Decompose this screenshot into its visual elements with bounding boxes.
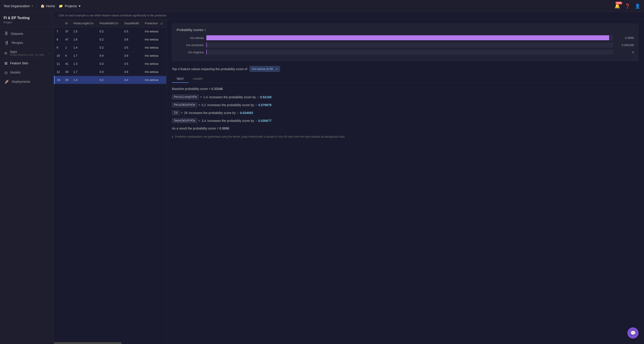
content-area: Id PetalLengthCm PetalWidthCm SepalWidth… bbox=[54, 19, 644, 344]
models-icon: ◎ bbox=[4, 70, 8, 75]
cell-id: 41 bbox=[63, 60, 71, 68]
sidebar-item-datasets[interactable]: 🗄 Datasets bbox=[0, 29, 54, 38]
top-navigation: Test Organization ▾ 🏠 Home 📁 Projects ▾ … bbox=[0, 0, 644, 12]
cell-petal-len: 1.7 bbox=[71, 68, 97, 76]
table-row[interactable]: 11 41 1.3 0.3 3.5 Iris-setosa bbox=[54, 60, 166, 68]
table-row[interactable]: 7 37 1.5 0.2 0.5 Iris-setosa bbox=[54, 27, 166, 35]
cell-petal-wid: 0.2 bbox=[97, 35, 122, 44]
prob-info-icon[interactable]: ℹ bbox=[204, 28, 206, 31]
user-icon[interactable]: 👤 bbox=[635, 3, 640, 9]
increase-value: 0.030677 bbox=[258, 119, 271, 122]
cell-rownum: 8 bbox=[54, 35, 63, 44]
table-row[interactable]: 9 1 1.4 0.2 3.5 Iris-setosa bbox=[54, 44, 166, 52]
cell-petal-len: 1.5 bbox=[71, 27, 97, 35]
notifications-button[interactable]: 🔔 2245 bbox=[614, 3, 620, 9]
col-header-petal-len[interactable]: PetalLengthCm bbox=[71, 19, 97, 27]
cell-petal-len: 1.4 bbox=[71, 44, 97, 52]
sidebar-item-deployments[interactable]: 🚀 Deployments bbox=[0, 77, 54, 86]
result-value: 0.9998 bbox=[220, 127, 229, 130]
feature-eq: = bbox=[181, 111, 183, 115]
feature-row: PetalLengthCm = 1.4 increases the probab… bbox=[172, 95, 638, 99]
app-layout: FI & EP Testing Project 🗄 Datasets 🍴 Rec… bbox=[0, 12, 644, 344]
probability-scores-title: Probability scores ℹ bbox=[177, 28, 634, 32]
feature-text: increases the probability score by bbox=[189, 111, 236, 115]
feature-chip: SepalWidthCm bbox=[172, 118, 197, 123]
cell-rownum: 11 bbox=[54, 60, 63, 68]
feature-sets-icon: ⊞ bbox=[4, 61, 8, 65]
col-header-prediction[interactable]: Prediction ⊿ bbox=[143, 19, 166, 27]
table-row[interactable]: 12 19 1.7 0.3 3.8 Iris-setosa bbox=[54, 68, 166, 76]
table-row[interactable]: 16 29 1.4 0.2 3.4 Iris-setosa bbox=[54, 76, 166, 84]
cell-petal-wid: 0.3 bbox=[97, 68, 122, 76]
footnote-info-icon: ℹ bbox=[172, 135, 173, 139]
cell-petal-wid: 0.2 bbox=[97, 27, 122, 35]
org-chevron-icon: ▾ bbox=[32, 4, 33, 7]
feature-val: 3.4 bbox=[202, 119, 206, 122]
filter-icon[interactable]: ⊿ bbox=[160, 21, 163, 25]
horizontal-scrollbar[interactable] bbox=[54, 342, 166, 344]
top4-target-badge[interactable]: Iris-setosa (0.99... ▾ bbox=[250, 66, 280, 72]
datasets-icon: 🗄 bbox=[4, 32, 8, 36]
features-container: PetalLengthCm = 1.4 increases the probab… bbox=[172, 95, 638, 123]
feature-chip: Id bbox=[172, 110, 180, 115]
cell-id: 47 bbox=[63, 35, 71, 44]
cell-petal-len: 1.7 bbox=[71, 52, 97, 60]
col-header-id[interactable]: Id bbox=[63, 19, 71, 27]
score-value: 0.9998 bbox=[616, 36, 634, 39]
notifications-badge: 2245 bbox=[615, 1, 622, 4]
col-header-petal-wid[interactable]: PetalWidthCm bbox=[97, 19, 122, 27]
scroll-thumb[interactable] bbox=[54, 342, 122, 344]
tab-chart[interactable]: CHART bbox=[188, 75, 208, 83]
projects-link[interactable]: 📁 Projects ▾ bbox=[59, 4, 80, 8]
feature-eq: = bbox=[200, 95, 202, 99]
feature-row: Id = 29 increases the probability score … bbox=[172, 110, 638, 115]
table-row[interactable]: 10 6 1.7 0.4 3.9 Iris-setosa bbox=[54, 52, 166, 60]
subtitle-bar: Click on each example to see which featu… bbox=[54, 12, 644, 19]
sidebar-nav: 🗄 Datasets 🍴 Recipes ⊞ Apps Predict Spec… bbox=[0, 27, 54, 344]
cell-id: 29 bbox=[63, 76, 71, 84]
feature-val: 0.2 bbox=[202, 103, 206, 107]
feature-row: PetalWidthCm = 0.2 increases the probabi… bbox=[172, 102, 638, 107]
up-arrow-icon: ↑ bbox=[256, 119, 257, 122]
cell-sepal: 0.5 bbox=[122, 27, 143, 35]
score-label: Iris-virginica bbox=[177, 50, 204, 54]
table-row[interactable]: 8 47 1.6 0.2 3.8 Iris-setosa bbox=[54, 35, 166, 44]
feature-text: increases the probability score by bbox=[207, 119, 254, 122]
cell-sepal: 3.8 bbox=[122, 68, 143, 76]
result-row: As a result the probability score = 0.99… bbox=[172, 127, 638, 130]
cell-sepal: 3.9 bbox=[122, 52, 143, 60]
baseline-value: 0.33346 bbox=[212, 87, 223, 91]
cell-sepal: 3.4 bbox=[122, 76, 143, 84]
table-scroll[interactable]: Id PetalLengthCm PetalWidthCm SepalWidth… bbox=[54, 19, 166, 342]
home-link[interactable]: 🏠 Home bbox=[40, 4, 55, 8]
footnote-text: Prediction explanations are generated us… bbox=[175, 135, 344, 139]
sidebar-item-recipes[interactable]: 🍴 Recipes bbox=[0, 38, 54, 47]
cell-sepal: 3.8 bbox=[122, 35, 143, 44]
chat-icon: 💬 bbox=[630, 330, 636, 336]
cell-sepal: 3.5 bbox=[122, 44, 143, 52]
cell-rownum: 16 bbox=[54, 76, 63, 84]
scores-container: Iris-setosa 0.9998 Iris-versicolor 0.000… bbox=[177, 35, 634, 55]
up-arrow-icon: ↑ bbox=[256, 103, 257, 107]
col-header-sepal[interactable]: SepalWidth bbox=[122, 19, 143, 27]
org-switcher[interactable]: Test Organization ▾ bbox=[4, 4, 37, 8]
cell-petal-len: 1.3 bbox=[71, 60, 97, 68]
sidebar-project-header: FI & EP Testing Project bbox=[0, 12, 54, 27]
up-arrow-icon: ↑ bbox=[237, 111, 238, 115]
sidebar-models-label: Models bbox=[10, 71, 20, 74]
top4-title: Top 4 feature values impacting the proba… bbox=[172, 67, 247, 71]
cell-rownum: 9 bbox=[54, 44, 63, 52]
sidebar-item-apps[interactable]: ⊞ Apps Predict Species in Iris_V0_090...… bbox=[0, 47, 54, 59]
tab-text[interactable]: TEXT bbox=[172, 75, 188, 83]
sidebar-item-feature-sets[interactable]: ⊞ Feature Sets bbox=[0, 59, 54, 68]
help-icon[interactable]: ❓ bbox=[625, 3, 630, 9]
cell-rownum: 7 bbox=[54, 27, 63, 35]
sidebar-feature-sets-label: Feature Sets bbox=[10, 61, 28, 65]
deployments-icon: 🚀 bbox=[4, 80, 9, 84]
sidebar-item-models[interactable]: ◎ Models bbox=[0, 68, 54, 77]
top4-badge-chevron-icon: ▾ bbox=[276, 68, 278, 70]
chat-bubble-button[interactable]: 💬 bbox=[627, 327, 638, 339]
projects-chevron-icon: ▾ bbox=[79, 4, 80, 8]
footnote: ℹ Prediction explanations are generated … bbox=[172, 135, 638, 139]
probability-scores-card: Probability scores ℹ Iris-setosa 0.9998 … bbox=[172, 23, 638, 61]
